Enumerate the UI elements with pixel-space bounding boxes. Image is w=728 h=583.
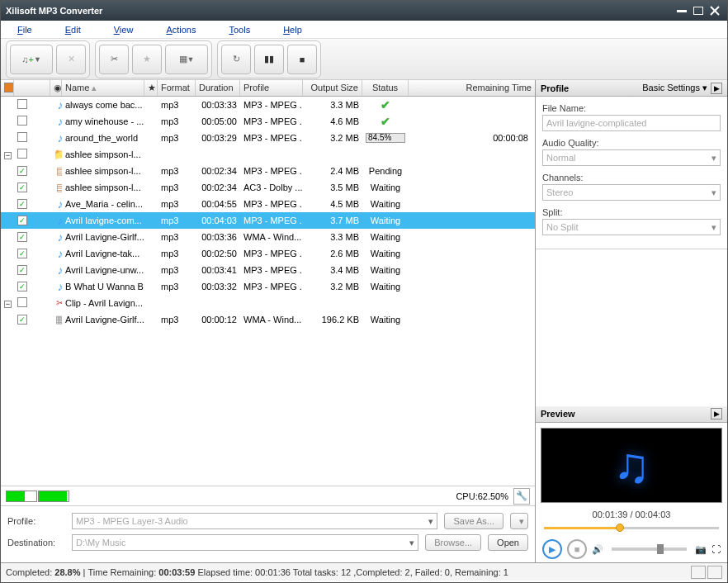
fullscreen-button[interactable]: ⛶ [711,544,721,554]
volume-slider[interactable] [612,547,687,551]
row-checkbox[interactable]: ✓ [17,315,27,325]
effects-button[interactable]: ★ [132,45,162,74]
table-row[interactable]: −✂Clip - Avril Lavign... [1,295,535,311]
channels-label: Channels: [542,173,721,182]
col-remaining[interactable]: Remaining Time [409,80,535,96]
statusbar-view-button[interactable] [691,566,706,579]
menu-file[interactable]: File [17,25,32,35]
channels-select[interactable]: Stereo▾ [542,184,721,201]
record-icon[interactable]: ◉ [50,80,62,96]
cell-profile: WMA - Wind... [240,315,303,325]
table-row[interactable]: ♪amy winehouse - ...mp300:05:00MP3 - MPE… [1,113,535,130]
cell-format: mp3 [158,166,196,176]
row-checkbox[interactable]: ✓ [17,182,27,192]
table-row[interactable]: ✓♪Avril Lavigne-Girlf...mp300:03:36WMA -… [1,229,535,245]
col-name[interactable]: Name ▴ [62,80,144,96]
cell-output: 3.7 MB [303,216,362,225]
browse-button[interactable]: Browse... [425,534,481,551]
cell-name: ashlee simpson-l... [62,149,144,159]
col-star[interactable]: ★ [144,80,158,96]
maximize-button[interactable] [691,4,706,17]
row-checkbox[interactable]: ✓ [17,282,27,292]
cell-format: mp3 [158,265,196,275]
table-row[interactable]: ♪around_the_worldmp300:03:29MP3 - MPEG .… [1,130,535,146]
table-row[interactable]: −📁ashlee simpson-l... [1,146,535,163]
menu-view[interactable]: View [114,25,134,35]
file-table[interactable]: ♪always come bac...mp300:03:33MP3 - MPEG… [1,97,535,486]
split-select[interactable]: No Split▾ [542,219,721,235]
row-checkbox[interactable]: ✓ [17,249,27,258]
delete-button[interactable]: ✕ [56,45,86,74]
quality-select[interactable]: Normal▾ [542,149,721,166]
profile-collapse-button[interactable]: ▶ [711,83,722,94]
play-button[interactable]: ▶ [542,539,562,559]
volume-icon[interactable]: 🔊 [592,544,603,555]
pause-button[interactable]: ▮▮ [254,45,284,74]
cpu-settings-button[interactable]: 🔧 [513,488,530,505]
statusbar-log-button[interactable] [707,566,722,579]
preview-collapse-button[interactable]: ▶ [711,408,722,419]
checkall-box[interactable] [4,83,14,92]
svg-rect-1 [693,7,703,15]
menu-tools[interactable]: Tools [229,25,250,35]
table-row[interactable]: ✓♪Avril Lavigne-tak...mp300:02:50MP3 - M… [1,245,535,262]
collapse-toggle[interactable]: − [4,301,12,308]
stop-button[interactable]: ■ [287,45,317,74]
profile-combo[interactable]: MP3 - MPEG Layer-3 Audio▾ [72,513,437,529]
cell-status: Waiting [362,249,409,258]
cell-duration: 00:03:36 [196,232,240,242]
cut-button[interactable]: ✂ [99,45,129,74]
add-file-button[interactable]: ♫+▼ [10,45,53,74]
col-output[interactable]: Output Size [303,80,362,96]
table-row[interactable]: ✓♪Avril Lavigne-unw...mp300:03:41MP3 - M… [1,262,535,278]
cell-duration: 00:02:34 [196,182,240,192]
table-row[interactable]: ✓▤ashlee simpson-l...mp300:02:34AC3 - Do… [1,179,535,196]
filename-input[interactable]: Avril lavigne-complicated [542,115,721,131]
collapse-toggle[interactable]: − [4,152,12,159]
profile-mode[interactable]: Basic Settings ▾ [642,83,707,93]
row-checkbox[interactable]: ✓ [17,199,27,209]
col-profile[interactable]: Profile [240,80,303,96]
table-row[interactable]: ✓♪Ave_Maria - celin...mp300:04:55MP3 - M… [1,196,535,212]
row-checkbox[interactable] [17,297,27,307]
row-checkbox[interactable]: ✓ [17,265,27,275]
open-button[interactable]: Open [488,534,528,551]
menu-help[interactable]: Help [283,25,302,35]
row-checkbox[interactable]: ✓ [17,232,27,242]
music-add-icon: ♫+ [21,55,34,64]
save-as-button[interactable]: Save As... [444,513,503,529]
minimize-button[interactable] [674,4,689,17]
row-checkbox[interactable]: ✓ [17,166,27,176]
col-format[interactable]: Format [158,80,196,96]
preview-stop-button[interactable]: ■ [567,539,587,559]
cell-duration: 00:00:12 [196,315,240,325]
row-checkbox[interactable] [17,116,27,126]
cell-duration: 00:03:41 [196,265,240,275]
profile-menu-button[interactable]: ▾ [510,513,528,529]
destination-combo[interactable]: D:\My Music▾ [72,534,418,551]
table-row[interactable]: ✓♪Avril lavigne-com...mp300:04:03MP3 - M… [1,212,535,229]
menu-actions[interactable]: Actions [166,25,196,35]
cell-status: Waiting [362,199,409,209]
menu-edit[interactable]: Edit [65,25,81,35]
row-checkbox[interactable] [17,132,27,142]
col-status[interactable]: Status [362,80,409,96]
cell-output: 3.5 MB [303,182,362,192]
table-row[interactable]: ✓▦Avril Lavigne-Girlf...mp300:00:12WMA -… [1,311,535,328]
table-row[interactable]: ✓▤ashlee simpson-l...mp300:02:34MP3 - MP… [1,163,535,179]
table-row[interactable]: ♪always come bac...mp300:03:33MP3 - MPEG… [1,97,535,113]
stop-icon: ■ [300,55,305,64]
row-checkbox[interactable]: ✓ [17,216,27,225]
preview-seek-slider[interactable] [544,523,719,534]
snapshot-button[interactable]: 📷 [695,544,707,555]
table-row[interactable]: ✓♪B What U Wanna Bmp300:03:32MP3 - MPEG … [1,278,535,295]
clip-button[interactable]: ▦▼ [165,45,208,74]
col-duration[interactable]: Duration [196,80,240,96]
cell-profile: MP3 - MPEG ... [240,133,303,143]
close-button[interactable] [707,4,722,17]
convert-button[interactable]: ↻ [221,45,251,74]
row-checkbox[interactable] [17,149,27,159]
cell-format: mp3 [158,182,196,192]
cell-profile: AC3 - Dolby ... [240,182,303,192]
row-checkbox[interactable] [17,99,27,109]
